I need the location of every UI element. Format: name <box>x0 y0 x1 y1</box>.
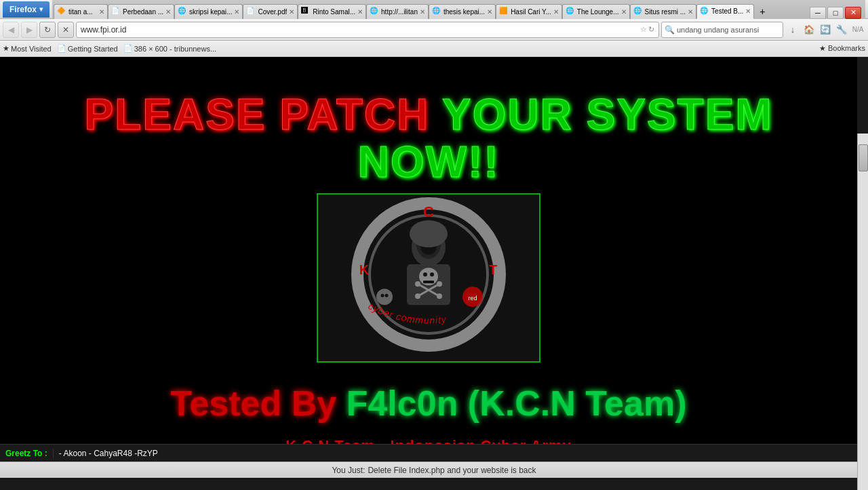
bookmark-386[interactable]: 📄 386 × 600 - tribunnews... <box>123 44 216 53</box>
tab-label-tested: Tested B... <box>711 7 743 15</box>
bookmark-page-icon: 📄 <box>57 44 66 53</box>
tab-lounge[interactable]: 🌐 The Lounge... ✕ <box>562 4 630 19</box>
tab-icon-cover: 📄 <box>246 7 256 16</box>
bookmark-star-icon: ★ <box>3 44 9 53</box>
bookmarks-right-label: Bookmarks <box>828 44 865 52</box>
reload-button[interactable]: ↻ <box>39 22 56 38</box>
svg-text:K: K <box>359 262 370 277</box>
svg-point-15 <box>430 272 434 277</box>
refresh-icon[interactable]: ↻ <box>648 25 654 34</box>
minimize-button[interactable]: ─ <box>810 7 826 19</box>
tab-thesis[interactable]: 🌐 thesis kepai... ✕ <box>429 4 496 19</box>
tab-icon-tested: 🌐 <box>700 7 709 16</box>
tools-icon[interactable]: 🔧 <box>834 22 849 37</box>
close-button[interactable]: ✕ <box>845 7 861 19</box>
svg-point-26 <box>381 293 384 297</box>
tab-icon-skripsi: 🌐 <box>178 7 187 16</box>
tab-label-thesis: thesis kepai... <box>443 8 485 16</box>
webpage-content: PLEASE PATCH YOUR SYSTEM NOW!! C <box>0 57 857 462</box>
firefox-menu-button[interactable]: Firefox <box>3 1 50 18</box>
tab-titan[interactable]: 🔶 titan a... ✕ <box>54 4 108 19</box>
new-tab-button[interactable]: + <box>754 4 770 19</box>
download-icon[interactable]: ↓ <box>785 22 800 37</box>
tab-hasil[interactable]: 🟧 Hasil Cari Y... ✕ <box>496 4 562 19</box>
tab-situs[interactable]: 🌐 Situs resmi ... ✕ <box>630 4 697 19</box>
tab-close-tested[interactable]: ✕ <box>745 7 751 15</box>
search-text: undang undang asuransi <box>677 26 780 34</box>
status-bar: Greetz To : - Akoon - CahyaR48 -RzYP <box>0 444 857 462</box>
url-text: www.fpi.or.id <box>81 25 640 35</box>
scrollbar[interactable] <box>857 134 868 490</box>
url-bar[interactable]: www.fpi.or.id ☆ ↻ <box>76 22 659 38</box>
tested-by-green: F4lc0n (K.C.N Team) <box>347 384 687 423</box>
tab-label-lounge: The Lounge... <box>577 8 619 16</box>
tab-perbedaan[interactable]: 📄 Perbedaan ... ✕ <box>108 4 174 19</box>
hack-title: PLEASE PATCH YOUR SYSTEM NOW!! <box>20 70 837 186</box>
tab-close-http[interactable]: ✕ <box>420 8 425 16</box>
tab-icon-titan: 🔶 <box>57 7 66 16</box>
tab-close-hasil[interactable]: ✕ <box>553 8 559 16</box>
title-bar: Firefox 🔶 titan a... ✕ 📄 Perbedaan ... ✕… <box>0 0 868 19</box>
tab-close-cover[interactable]: ✕ <box>289 8 294 16</box>
tab-close-skripsi[interactable]: ✕ <box>234 8 239 16</box>
search-engine-icon: 🔍 <box>665 25 675 35</box>
bookmarks-bar: ★ Most Visited 📄 Getting Started 📄 386 ×… <box>0 41 868 57</box>
logo-area: C K T <box>20 193 837 363</box>
tab-close-rinto[interactable]: ✕ <box>357 8 363 16</box>
window-controls: ─ □ ✕ <box>810 7 864 19</box>
star-icon[interactable]: ☆ <box>640 25 647 34</box>
tab-close-titan[interactable]: ✕ <box>99 8 104 16</box>
greets-label: Greetz To : <box>0 449 54 458</box>
greets-text: - Akoon - CahyaR48 -RzYP <box>54 449 163 458</box>
url-icons: ☆ ↻ <box>640 25 654 34</box>
navigation-bar: ◀ ▶ ↻ ✕ www.fpi.or.id ☆ ↻ 🔍 undang undan… <box>0 19 868 41</box>
tab-tested[interactable]: 🌐 Tested B... ✕ <box>696 4 754 19</box>
forward-button[interactable]: ▶ <box>21 22 37 38</box>
tested-by-section: Tested By F4lc0n (K.C.N Team) <box>20 383 837 424</box>
tab-close-thesis[interactable]: ✕ <box>487 8 492 16</box>
scrollbar-thumb[interactable] <box>859 144 868 171</box>
tested-by-red: Tested By <box>171 384 337 423</box>
stop-button[interactable]: ✕ <box>58 22 74 38</box>
action-text: Delete File Index.php and your website i… <box>368 466 536 475</box>
tab-label-rinto: Rinto Samal... <box>313 8 355 16</box>
tab-rinto[interactable]: 🅱 Rinto Samal... ✕ <box>298 4 366 19</box>
tab-close-lounge[interactable]: ✕ <box>621 8 627 16</box>
toolbar-right: ↓ 🏠 🔄 🔧 N/A <box>785 22 865 37</box>
tab-icon-situs: 🌐 <box>633 7 643 16</box>
tab-close-situs[interactable]: ✕ <box>688 8 693 16</box>
search-bar[interactable]: 🔍 undang undang asuransi <box>661 22 783 38</box>
svg-point-19 <box>415 281 420 287</box>
svg-rect-16 <box>423 281 434 283</box>
tab-close-perbedaan[interactable]: ✕ <box>165 8 171 16</box>
tabs-bar: 🔶 titan a... ✕ 📄 Perbedaan ... ✕ 🌐 skrip… <box>52 0 865 19</box>
tab-icon-http: 🌐 <box>370 7 379 16</box>
maximize-button[interactable]: □ <box>827 7 844 19</box>
sync-icon[interactable]: 🔄 <box>818 22 833 37</box>
cyber-logo-svg: C K T <box>334 197 524 359</box>
svg-point-22 <box>437 293 442 299</box>
tab-cover[interactable]: 📄 Cover.pdf ✕ <box>243 4 298 19</box>
svg-point-21 <box>415 293 420 299</box>
bookmark-most-visited[interactable]: ★ Most Visited <box>3 44 52 53</box>
bookmarks-right[interactable]: ★ Bookmarks <box>819 44 865 53</box>
bookmark-getting-started-label: Getting Started <box>68 45 118 53</box>
bookmark-getting-started[interactable]: 📄 Getting Started <box>57 44 118 53</box>
tab-skripsi[interactable]: 🌐 skripsi kepai... ✕ <box>174 4 243 19</box>
tab-label-skripsi: skripsi kepai... <box>189 8 232 16</box>
tab-label-situs: Situs resmi ... <box>645 8 686 16</box>
bookmarks-star-icon: ★ <box>819 44 826 52</box>
back-button[interactable]: ◀ <box>3 22 19 38</box>
bookmark-page2-icon: 📄 <box>123 44 133 53</box>
tab-label-perbedaan: Perbedaan ... <box>123 8 163 16</box>
tab-icon-lounge: 🌐 <box>566 7 575 16</box>
title-red-part: PLEASE PATCH <box>84 90 429 139</box>
svg-text:T: T <box>489 262 497 277</box>
firefox-label: Firefox <box>9 5 37 14</box>
home-icon[interactable]: 🏠 <box>802 22 816 37</box>
svg-point-11 <box>410 220 448 247</box>
bookmark-386-label: 386 × 600 - tribunnews... <box>134 45 216 53</box>
svg-point-20 <box>437 281 442 287</box>
tab-http[interactable]: 🌐 http://...ilitan ✕ <box>366 4 429 19</box>
bottom-status-bar: You Just: Delete File Index.php and your… <box>0 462 868 478</box>
